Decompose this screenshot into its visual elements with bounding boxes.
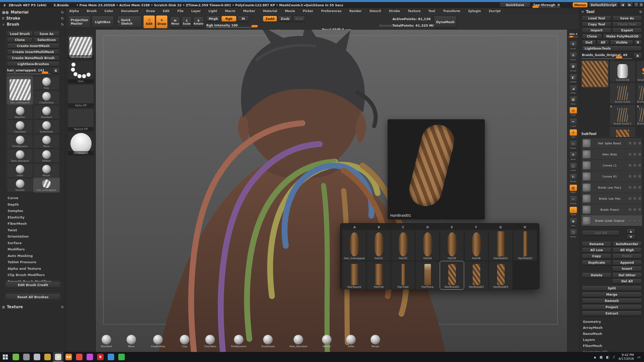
zadd-button[interactable]: Zadd bbox=[263, 16, 277, 22]
shelf-tool-icon[interactable]: ✥ Scroll bbox=[567, 40, 579, 51]
mask-toggle-icon[interactable] bbox=[638, 197, 641, 200]
menu-item[interactable]: Zscript bbox=[486, 8, 504, 14]
brush-r-button[interactable]: R bbox=[52, 68, 59, 74]
canvas-viewport[interactable]: Standard Move ClayBuildup Clay bbox=[96, 30, 567, 352]
tool-thumb[interactable]: Braids Guide! bbox=[636, 83, 644, 104]
shelf-tool-icon[interactable]: ↻ Rotate bbox=[567, 172, 579, 184]
delete-button[interactable]: Delete bbox=[582, 273, 611, 278]
menus-toggle[interactable]: Menus bbox=[573, 2, 588, 8]
menu-item[interactable]: Draw bbox=[143, 8, 158, 14]
start-button[interactable] bbox=[0, 352, 11, 362]
shelf-tool-icon[interactable]: ⊕ Zoom bbox=[567, 51, 579, 62]
menu-item[interactable]: Marker bbox=[240, 8, 259, 14]
quicksave-button[interactable]: QuickSave bbox=[500, 2, 530, 8]
brush-toggle-icon[interactable] bbox=[633, 164, 636, 167]
list-all-button[interactable]: List All bbox=[582, 230, 620, 236]
menu-item[interactable]: Movie bbox=[281, 8, 298, 14]
rgb-button[interactable]: Rgb bbox=[221, 16, 236, 22]
eye-icon[interactable] bbox=[628, 164, 632, 167]
display-icon[interactable]: ◧ bbox=[606, 355, 609, 359]
mask-toggle-icon[interactable] bbox=[638, 142, 641, 145]
menu-item[interactable]: Material bbox=[260, 8, 280, 14]
shelf-tool-icon[interactable]: ◳ Xpose bbox=[567, 228, 579, 239]
brush-section-header[interactable]: Modifiers bbox=[8, 247, 63, 251]
select-icon-button[interactable]: SelectIcon bbox=[34, 37, 59, 42]
tool-thumb[interactable]: Braids Guide bbox=[610, 83, 636, 104]
clone-button[interactable]: Clone bbox=[582, 34, 602, 39]
refresh-icon[interactable]: ↻ bbox=[61, 10, 64, 14]
save-as-button[interactable]: Save As bbox=[612, 16, 642, 21]
menu-item[interactable]: Texture bbox=[405, 8, 424, 14]
tray-brush[interactable]: ClayBuildup bbox=[151, 335, 165, 350]
brush-section-header[interactable]: Depth bbox=[8, 203, 63, 206]
network-icon[interactable]: ▦ bbox=[599, 355, 602, 359]
taskbar-app-icon[interactable] bbox=[74, 352, 85, 362]
popup-brush-item[interactable]: HairFlat bbox=[367, 261, 391, 289]
tray-brush[interactable]: SnakeHook bbox=[261, 335, 275, 350]
tray-expand-icon[interactable]: ▲ bbox=[594, 355, 596, 359]
tool-thumb[interactable]: Braids Guide 2 2 bbox=[610, 105, 636, 126]
brush-section-header[interactable]: FiberMesh bbox=[8, 222, 63, 225]
shelf-tool-icon[interactable]: ✛ XYZ bbox=[567, 128, 579, 139]
reset-all-brushes-button[interactable]: Reset All Brushes bbox=[6, 294, 60, 300]
dynamesh-button[interactable]: DynaMesh bbox=[434, 16, 457, 28]
brush-toggle-icon[interactable] bbox=[633, 197, 636, 200]
menu-item[interactable]: File bbox=[174, 8, 187, 14]
brush-thumb[interactable]: Standard bbox=[33, 105, 59, 119]
brush-thumb-featured[interactable]: hair_unwrapped bbox=[7, 76, 33, 105]
menu-item[interactable]: Tool bbox=[425, 8, 438, 14]
copy-button[interactable]: Copy bbox=[582, 253, 611, 259]
tray-brush[interactable]: Dam_Standard bbox=[290, 335, 307, 350]
brush-thumb[interactable]: MaskPen bbox=[7, 105, 33, 119]
subtool-row[interactable]: Cornea_L1 bbox=[581, 160, 642, 171]
append-button[interactable]: Append bbox=[612, 260, 642, 265]
eye-icon[interactable] bbox=[628, 186, 632, 189]
taskbar-app-icon[interactable] bbox=[85, 352, 95, 362]
create-nanomesh-button[interactable]: Create NanoMesh Brush bbox=[7, 55, 59, 61]
brush-thumb[interactable]: Dam_Standard bbox=[7, 149, 33, 163]
lock-icon[interactable]: ⚿ bbox=[639, 2, 643, 7]
popup-brush-item[interactable]: HairPeak01 bbox=[489, 230, 513, 261]
paste-tool-button[interactable]: Paste Tool bbox=[612, 22, 642, 27]
dynamic-label[interactable]: Dynamic bbox=[379, 24, 393, 27]
menu-item[interactable]: Render bbox=[346, 8, 365, 14]
shelf-tool-icon[interactable]: ▤ PolyF bbox=[567, 184, 579, 195]
menu-item[interactable]: Stroke bbox=[386, 8, 403, 14]
shelf-tool-icon[interactable]: ◢ Persp bbox=[567, 84, 579, 95]
del-other-button[interactable]: Del Other bbox=[612, 273, 642, 278]
subtool-up-icon[interactable]: ▲ bbox=[627, 229, 635, 234]
taskbar-app-icon[interactable] bbox=[116, 352, 127, 362]
spix-slider[interactable]: SPix 3 bbox=[567, 31, 579, 39]
mask-toggle-icon[interactable] bbox=[638, 153, 641, 156]
brush-thumb[interactable]: Smooth bbox=[7, 178, 33, 192]
shelf-tool-icon[interactable]: ◧ AAHalf bbox=[567, 73, 579, 84]
all-low-button[interactable]: All Low bbox=[582, 247, 611, 253]
subtool-row[interactable]: Braids_Low_Poly bbox=[581, 193, 642, 204]
shelf-tool-icon[interactable]: ◉ Solo bbox=[567, 217, 579, 228]
shelf-tool-icon[interactable]: ▣ Actual bbox=[567, 62, 579, 73]
brush-section-header[interactable]: Alpha and Texture bbox=[8, 267, 63, 270]
brush-toggle-icon[interactable] bbox=[633, 219, 636, 222]
taskbar-app-icon[interactable] bbox=[106, 352, 116, 362]
subtool-action-button[interactable]: Split bbox=[582, 286, 642, 291]
clone-button[interactable]: Clone bbox=[7, 37, 33, 42]
eye-icon[interactable] bbox=[628, 153, 632, 156]
shelf-tool-icon[interactable]: ▦ Floor bbox=[567, 95, 579, 106]
current-texture-thumb[interactable]: Texture Off bbox=[68, 109, 94, 131]
current-brush-thumb[interactable]: hair_unwrapped bbox=[68, 35, 94, 59]
menu-item[interactable]: Picker bbox=[300, 8, 317, 14]
notification-center-icon[interactable]: ▭ bbox=[637, 355, 640, 359]
lightbox-tools-button[interactable]: Lightbox▸Tools bbox=[582, 46, 642, 51]
menu-item[interactable]: Preferences bbox=[318, 8, 345, 14]
subtool-action-button[interactable]: Extract bbox=[582, 311, 642, 316]
m-button[interactable]: M bbox=[237, 16, 249, 22]
refresh-icon[interactable]: ↻ bbox=[61, 16, 64, 20]
brush-section-header[interactable]: Elasticity bbox=[8, 215, 63, 219]
save-as-button[interactable]: Save As bbox=[34, 31, 59, 36]
autoreorder-button[interactable]: AutoReorder bbox=[612, 241, 642, 247]
mask-toggle-icon[interactable] bbox=[638, 175, 641, 178]
subtool-row[interactable]: Braids_Low_Poly1 bbox=[581, 182, 642, 193]
menu-item[interactable]: Transform bbox=[440, 8, 463, 14]
menu-item[interactable]: Zplugin bbox=[465, 8, 484, 14]
rgb-intensity-slider[interactable]: Rgb Intensity 100 bbox=[206, 23, 257, 28]
